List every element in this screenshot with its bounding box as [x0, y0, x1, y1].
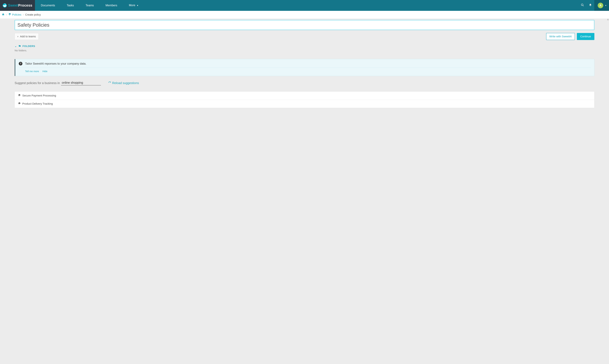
main-content: › Add to teams Write with SweetAI Contin…	[0, 19, 609, 108]
suggestion-list: Secure Payment Processing Product Delive…	[15, 91, 594, 108]
info-message: Tailor SweetAI reponses to your company …	[25, 62, 86, 65]
app-header: SweetProcess Documents Tasks Teams Membe…	[0, 0, 609, 11]
nav-documents[interactable]: Documents	[35, 0, 61, 11]
reload-suggestions-label: Reload suggestions	[112, 81, 139, 85]
folder-icon	[18, 45, 21, 48]
continue-button[interactable]: Continue	[577, 33, 594, 40]
folders-empty-text: No folders.	[15, 49, 594, 52]
chevron-down-icon: ⌄	[15, 45, 17, 48]
help-icon[interactable]: ?	[19, 62, 22, 65]
nav-members[interactable]: Members	[100, 0, 123, 11]
home-icon[interactable]	[2, 13, 5, 16]
umbrella-icon	[18, 102, 21, 105]
nav-teams[interactable]: Teams	[80, 0, 100, 11]
reload-suggestions-link[interactable]: Reload suggestions	[108, 81, 139, 85]
breadcrumb-policies[interactable]: Policies	[8, 13, 21, 16]
nav-tasks[interactable]: Tasks	[61, 0, 80, 11]
umbrella-icon	[8, 13, 11, 16]
main-nav: Documents Tasks Teams Members More ▾	[35, 0, 144, 11]
suggestion-item[interactable]: Secure Payment Processing	[15, 91, 594, 100]
tell-me-more-link[interactable]: Tell me more	[25, 70, 39, 73]
nav-more[interactable]: More ▾	[123, 0, 144, 11]
chevron-down-icon: ▾	[605, 4, 606, 7]
chevron-down-icon: ▾	[137, 4, 138, 7]
hide-link[interactable]: Hide	[42, 70, 47, 73]
search-icon[interactable]	[579, 3, 586, 7]
policy-title-input[interactable]	[15, 20, 594, 30]
avatar: A	[598, 3, 603, 8]
nav-more-label: More	[129, 4, 135, 7]
action-row: › Add to teams Write with SweetAI Contin…	[15, 33, 594, 40]
logo[interactable]: SweetProcess	[0, 0, 35, 11]
logo-icon	[3, 3, 7, 8]
business-type-input[interactable]	[61, 81, 101, 85]
suggest-prefix: Suggest policies for a business in	[15, 81, 60, 85]
reload-icon	[108, 81, 111, 85]
breadcrumb-sep: ›	[23, 13, 24, 16]
breadcrumb-sep: ›	[6, 13, 7, 16]
umbrella-icon	[18, 94, 21, 97]
add-to-teams-label: Add to teams	[20, 35, 36, 38]
folders-label: FOLDERS	[23, 45, 35, 48]
svg-line-1	[583, 5, 584, 6]
breadcrumb: › Policies › Create policy	[0, 11, 609, 19]
suggestion-label: Secure Payment Processing	[22, 94, 56, 97]
suggestion-item[interactable]: Product Delivery Tracking	[15, 100, 594, 108]
sweetai-info-panel: ? Tailor SweetAI reponses to your compan…	[15, 59, 594, 76]
suggestion-label: Product Delivery Tracking	[22, 102, 53, 105]
add-to-teams-button[interactable]: › Add to teams	[15, 33, 39, 40]
header-right: A ▾	[579, 0, 609, 11]
breadcrumb-policies-label: Policies	[12, 13, 21, 16]
folders-toggle[interactable]: ⌄ FOLDERS	[15, 45, 594, 48]
user-menu[interactable]: A ▾	[594, 0, 609, 11]
breadcrumb-current: Create policy	[25, 13, 41, 16]
bell-icon[interactable]	[586, 3, 594, 7]
chevron-right-icon: ›	[17, 35, 18, 38]
suggest-row: Suggest policies for a business in Reloa…	[15, 81, 594, 85]
svg-point-0	[581, 4, 583, 6]
logo-text: SweetProcess	[8, 3, 32, 7]
write-with-sweetai-button[interactable]: Write with SweetAI	[546, 33, 575, 40]
